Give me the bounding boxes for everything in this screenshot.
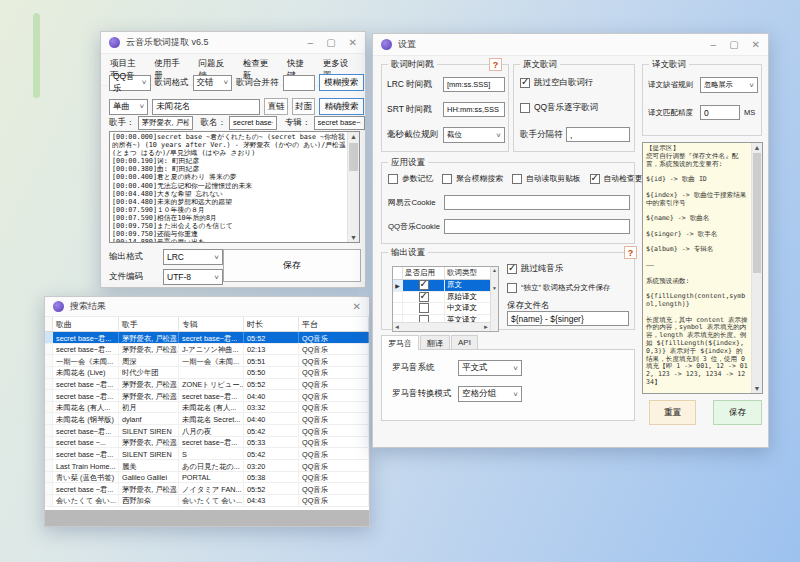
- split-file-checkbox[interactable]: [507, 283, 517, 293]
- singer-field[interactable]: [138, 116, 193, 130]
- table-row[interactable]: 青い栞 (蓝色书签)Galileo GalileiPORTAL05:38QQ音乐: [45, 472, 369, 484]
- exact-search-button[interactable]: 精确搜索: [319, 98, 364, 115]
- table-row[interactable]: secret base ~君...SILENT SIRENS05:42QQ音乐: [45, 448, 369, 460]
- maximize-icon[interactable]: ▢: [729, 40, 738, 50]
- table-row[interactable]: secret base ~君...茅野愛衣, 戸松遥...ノイタミア FAN..…: [45, 483, 369, 495]
- table-cell: 八月の夜: [179, 425, 244, 436]
- table-row[interactable]: 未闻花名 (钢琴版)dylanf未闻花名 Secret...04:40QQ音乐: [45, 413, 369, 425]
- output-format-select[interactable]: LRC ˅: [163, 249, 223, 265]
- output-grid-body: ▶原文原始译文中文译文英文译文: [393, 280, 498, 326]
- column-header-duration[interactable]: 时长: [244, 317, 299, 331]
- help-icon[interactable]: ?: [624, 246, 637, 259]
- table-row[interactable]: secret base~君...茅野愛衣, 戸松遥...secret base~…: [45, 332, 369, 344]
- translation-precision-input[interactable]: [700, 105, 740, 120]
- settings-save-button[interactable]: 保存: [713, 400, 762, 425]
- param-memory-checkbox[interactable]: [388, 174, 398, 184]
- merge-input[interactable]: [283, 75, 315, 91]
- hint-textarea[interactable]: 【提示区】 您可自行调整『保存文件名』配置，系统预设的元变量有: ${id} -…: [642, 142, 763, 394]
- help-icon[interactable]: ?: [489, 58, 502, 71]
- translation-rule-select[interactable]: 忽略展示 ˅: [700, 77, 758, 93]
- column-header-album[interactable]: 专辑: [179, 317, 244, 331]
- aggregate-search-checkbox[interactable]: [442, 174, 452, 184]
- filename-input[interactable]: [507, 311, 629, 326]
- column-header-song[interactable]: 歌曲: [53, 317, 119, 331]
- row-indicator[interactable]: [393, 303, 403, 314]
- row-selector: [45, 379, 53, 390]
- column-header-singer[interactable]: 歌手: [119, 317, 179, 331]
- close-icon[interactable]: ✕: [752, 40, 760, 50]
- grid-vscrollbar[interactable]: ▲▼: [490, 267, 498, 331]
- minimize-icon[interactable]: –: [308, 38, 314, 48]
- song-field[interactable]: [229, 116, 277, 130]
- table-row[interactable]: Last Train Home...麗美あの日見た花の...03:20QQ音乐: [45, 460, 369, 472]
- output-grid-row[interactable]: 中文译文: [393, 303, 498, 315]
- scroll-up-icon[interactable]: ▲: [348, 133, 359, 140]
- table-cell: 一期一会《未闻...: [179, 355, 244, 366]
- hint-scrollbar[interactable]: ▲ ▼: [751, 143, 762, 393]
- output-grid-row[interactable]: ▶原文: [393, 280, 498, 292]
- fuzzy-search-button[interactable]: 模糊搜索: [319, 74, 364, 91]
- scroll-down-icon[interactable]: ▼: [348, 234, 359, 241]
- type-select[interactable]: 单曲 ˅: [109, 99, 148, 115]
- tab-romaji[interactable]: 罗马音: [381, 335, 419, 350]
- table-row[interactable]: secret base ~...茅野愛衣, 戸松遥...secret base~…: [45, 437, 369, 449]
- lyrics-scrollbar[interactable]: ▲ ▼: [347, 132, 359, 242]
- scroll-down-icon[interactable]: ▼: [752, 385, 762, 392]
- table-row[interactable]: secret base ~君...茅野愛衣, 戸松遥...ZONEトリビュー..…: [45, 379, 369, 391]
- format-select[interactable]: 交错 ˅: [193, 75, 233, 91]
- encoding-select[interactable]: UTF-8 ˅: [163, 269, 223, 285]
- minimize-icon[interactable]: –: [711, 40, 717, 50]
- close-icon[interactable]: ✕: [353, 302, 361, 312]
- save-button[interactable]: 保存: [223, 249, 361, 282]
- output-grid-row[interactable]: 原始译文: [393, 292, 498, 304]
- main-window-title: 云音乐歌词提取 v6.5: [126, 36, 209, 49]
- direct-link-button[interactable]: 直链: [264, 98, 287, 115]
- ms-rule-select[interactable]: 截位 ˅: [443, 127, 505, 143]
- keyword-input[interactable]: [152, 99, 260, 115]
- skip-instrumental-checkbox[interactable]: [507, 264, 517, 274]
- skip-blank-checkbox[interactable]: [520, 78, 530, 88]
- table-row[interactable]: secret base ~君...茅野愛衣, 戸松遥...secret base…: [45, 390, 369, 402]
- cover-button[interactable]: 封面: [292, 98, 315, 115]
- scroll-left-icon[interactable]: ◄: [394, 324, 400, 330]
- row-selector: [45, 390, 53, 401]
- qq-cookie-input[interactable]: [444, 219, 630, 234]
- lrc-timestamp-input[interactable]: [443, 77, 505, 92]
- scroll-thumb[interactable]: [753, 153, 761, 273]
- romaji-system-select[interactable]: 平文式 ˅: [458, 360, 522, 376]
- romaji-mode-select[interactable]: 空格分组 ˅: [458, 386, 522, 402]
- album-label: 专辑：: [285, 117, 311, 129]
- row-indicator-icon[interactable]: ▶: [393, 280, 403, 291]
- tab-api[interactable]: API: [451, 335, 478, 350]
- table-row[interactable]: 一期一会《未闻...周深一期一会《未闻...05:51QQ音乐: [45, 355, 369, 367]
- output-settings-group: 输出设置 ? 是否启用 歌词类型 ▶原文原始译文中文译文英文译文 ▲▼ ◄► 跳…: [381, 252, 635, 330]
- scroll-right-icon[interactable]: ►: [483, 324, 489, 330]
- enable-checkbox[interactable]: [419, 292, 429, 302]
- maximize-icon[interactable]: ▢: [326, 38, 335, 48]
- netease-cookie-input[interactable]: [444, 195, 630, 210]
- separator-input[interactable]: [566, 127, 630, 142]
- tab-translate[interactable]: 翻译: [420, 335, 450, 350]
- srt-timestamp-input[interactable]: [443, 102, 505, 117]
- table-row[interactable]: secret base~君...SILENT SIREN八月の夜05:42QQ音…: [45, 425, 369, 437]
- scroll-thumb[interactable]: [349, 143, 358, 171]
- table-row[interactable]: 会いたくて 会い...西野加奈会いたくて 会い...04:43QQ音乐: [45, 495, 369, 507]
- table-row[interactable]: secret base~君...茅野愛衣, 戸松遥...J-アニソン神曲...0…: [45, 344, 369, 356]
- enable-checkbox[interactable]: [419, 280, 429, 290]
- row-indicator[interactable]: [393, 292, 403, 303]
- column-header-platform[interactable]: 平台: [299, 317, 369, 331]
- table-row[interactable]: 未闻花名 (有人...初月未闻花名 (有人...03:32QQ音乐: [45, 402, 369, 414]
- qq-verbatim-checkbox[interactable]: [520, 103, 530, 113]
- source-select[interactable]: QQ音乐 ˅: [109, 75, 151, 91]
- lyrics-textarea[interactable]: [00:00.000]secret base ~君がくれたもの~ (secret…: [109, 131, 360, 243]
- output-group-title: 输出设置: [388, 247, 428, 259]
- close-icon[interactable]: ✕: [349, 38, 357, 48]
- grid-hscrollbar[interactable]: ◄►: [393, 322, 490, 331]
- album-field[interactable]: [314, 116, 365, 130]
- table-row[interactable]: 未闻花名 (Live)时代少年团05:50QQ音乐: [45, 367, 369, 379]
- auto-update-checkbox[interactable]: [590, 174, 600, 184]
- scroll-up-icon[interactable]: ▲: [752, 144, 762, 151]
- reset-button[interactable]: 重置: [649, 400, 696, 425]
- enable-checkbox[interactable]: [419, 303, 429, 313]
- clipboard-checkbox[interactable]: [512, 174, 522, 184]
